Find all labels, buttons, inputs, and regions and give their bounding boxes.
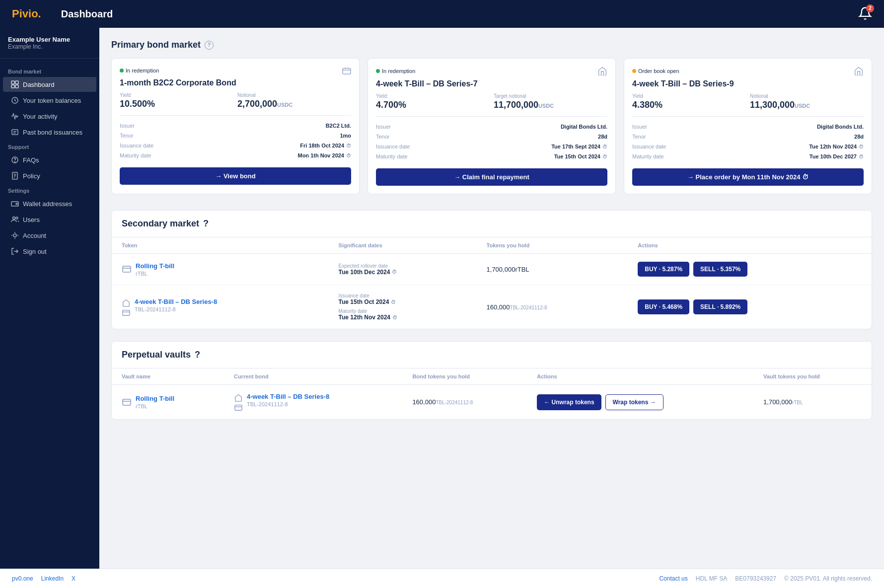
- buy-rolling-tbill-btn[interactable]: BUY · 5.287%: [638, 262, 689, 277]
- footer-link-pv0[interactable]: pv0.one: [12, 575, 33, 582]
- sidebar-label-account: Account: [23, 232, 46, 239]
- sidebar-label-users: Users: [23, 216, 40, 223]
- sidebar-item-faqs[interactable]: FAQs: [3, 152, 96, 167]
- sidebar-label-policy: Policy: [23, 172, 40, 180]
- yield-label-1: Yield:: [120, 92, 233, 98]
- status-text-2: In redemption: [382, 68, 415, 74]
- col-token: Token: [112, 237, 329, 254]
- maturity-date-1: Mon 1th Nov 2024 ⏱: [297, 152, 351, 158]
- perpetual-vaults-title: Perpetual vaults: [122, 350, 191, 360]
- status-dot-1: [120, 69, 124, 73]
- primary-bond-cards: In redemption 1-month B2C2 Corporate Bon…: [111, 58, 872, 194]
- footer-link-linkedin[interactable]: LinkedIn: [41, 575, 64, 582]
- sell-tbill-db8-btn[interactable]: SELL · 5.892%: [693, 299, 747, 314]
- view-bond-btn[interactable]: → View bond: [120, 167, 351, 185]
- sidebar-item-token-balances[interactable]: Your token balances: [3, 93, 96, 108]
- page-title: Dashboard: [61, 8, 858, 20]
- tbill-db8-link[interactable]: 4-week T-Bill – DB Series-8: [135, 298, 217, 305]
- status-text-1: In redemption: [126, 68, 159, 74]
- col-actions: Actions: [628, 237, 872, 254]
- secondary-market-table: Token Significant dates Tokens you hold …: [112, 237, 872, 329]
- sidebar-label-past-bond-issuances: Past bond issuances: [23, 129, 82, 136]
- perpetual-vaults-info-icon[interactable]: ?: [195, 350, 200, 360]
- perpetual-vaults-section: Perpetual vaults ? Vault name Current bo…: [111, 341, 872, 420]
- section-support: Support: [0, 140, 99, 152]
- sidebar-label-sign-out: Sign out: [23, 248, 47, 255]
- sidebar-item-users[interactable]: Users: [3, 212, 96, 227]
- bond-card-2-title: 4-week T-Bill – DB Series-7: [376, 79, 607, 88]
- svg-rect-17: [235, 405, 242, 411]
- footer-contact[interactable]: Contact us: [659, 575, 687, 582]
- sidebar-item-dashboard[interactable]: Dashboard: [3, 77, 96, 92]
- primary-bond-market-title: Primary bond market: [111, 40, 201, 50]
- status-dot-2: [376, 69, 380, 73]
- notional-label-1: Notional: [237, 92, 351, 98]
- user-info: Example User Name Example Inc.: [0, 36, 99, 59]
- perpetual-vaults-table: Vault name Current bond Bond tokens you …: [112, 368, 872, 419]
- user-name: Example User Name: [8, 36, 91, 43]
- status-text-3: Order book open: [638, 68, 679, 74]
- notification-badge: 2: [866, 4, 874, 12]
- secondary-market-section: Secondary market ? Token Significant dat…: [111, 210, 872, 329]
- footer-company: HDL MF SA: [696, 575, 728, 582]
- bond-card-db7: In redemption 4-week T-Bill – DB Series-…: [368, 58, 616, 194]
- footer-registration: BE0793243927: [735, 575, 776, 582]
- footer-copyright: © 2025 PV01. All rights reserved.: [784, 575, 872, 582]
- table-row: Rolling T-bill rTBL: [112, 385, 872, 420]
- secondary-market-info-icon[interactable]: ?: [203, 219, 209, 229]
- sidebar-item-account[interactable]: Account: [3, 228, 96, 243]
- secondary-market-title: Secondary market: [122, 219, 199, 229]
- svg-rect-2: [11, 85, 14, 88]
- sidebar-item-wallet-addresses[interactable]: Wallet addresses: [3, 196, 96, 211]
- sidebar-label-faqs: FAQs: [23, 156, 39, 164]
- table-row: 4-week T-Bill – DB Series-8 TBL-20241112…: [112, 285, 872, 329]
- svg-point-10: [13, 217, 15, 220]
- section-bond-market: Bond market: [0, 65, 99, 76]
- sig-date-value-1: Tue 10th Dec 2024 ⏱: [339, 269, 467, 276]
- place-order-btn[interactable]: → Place order by Mon 11th Nov 2024 ⏱: [632, 168, 864, 186]
- section-settings: Settings: [0, 184, 99, 196]
- user-company: Example Inc.: [8, 43, 91, 50]
- sig-date-label-1: Expected rollover date: [339, 263, 467, 269]
- table-row: Rolling T-bill rTBL Expected rollover da…: [112, 254, 872, 285]
- vault-bond-db8-link[interactable]: 4-week T-Bill – DB Series-8: [247, 393, 329, 400]
- bond-card-db9: Order book open 4-week T-Bill – DB Serie…: [624, 58, 872, 194]
- col-tokens-held: Tokens you hold: [477, 237, 628, 254]
- status-dot-3: [632, 69, 636, 73]
- sidebar-label-token-balances: Your token balances: [23, 97, 81, 104]
- footer: pv0.one LinkedIn X Contact us HDL MF SA …: [0, 569, 884, 588]
- primary-bond-info-icon[interactable]: ?: [205, 41, 214, 50]
- footer-links: pv0.one LinkedIn X: [12, 575, 75, 582]
- sidebar-label-your-activity: Your activity: [23, 113, 58, 120]
- bond-card-3-title: 4-week T-Bill – DB Series-9: [632, 79, 864, 88]
- rolling-tbill-link[interactable]: Rolling T-bill: [136, 262, 174, 270]
- sidebar-item-past-bond-issuances[interactable]: Past bond issuances: [3, 125, 96, 140]
- sidebar-item-policy[interactable]: Policy: [3, 168, 96, 183]
- vault-rolling-tbill-link[interactable]: Rolling T-bill: [136, 395, 174, 402]
- svg-point-7: [15, 162, 15, 162]
- sell-rolling-tbill-btn[interactable]: SELL · 5.357%: [693, 262, 747, 277]
- primary-bond-market-heading: Primary bond market ?: [111, 40, 872, 50]
- unwrap-tokens-btn[interactable]: ← Unwrap tokens: [537, 394, 601, 410]
- claim-repayment-btn[interactable]: → Claim final repayment: [376, 168, 607, 186]
- sidebar-item-sign-out[interactable]: Sign out: [3, 244, 96, 259]
- tbill-db8-sub: TBL-20241112-8: [135, 306, 217, 312]
- svg-rect-16: [123, 399, 131, 405]
- tokens-held-1: 1,700,000: [487, 266, 516, 273]
- app-logo: Pivio.: [12, 7, 41, 20]
- sidebar-label-dashboard: Dashboard: [23, 81, 55, 88]
- col-current-bond: Current bond: [224, 368, 402, 385]
- svg-rect-3: [15, 85, 18, 88]
- col-vault-name: Vault name: [112, 368, 224, 385]
- wrap-tokens-btn[interactable]: Wrap tokens →: [605, 394, 663, 410]
- svg-rect-1: [15, 81, 18, 84]
- bond-card-b2c2: In redemption 1-month B2C2 Corporate Bon…: [111, 58, 360, 194]
- notifications-bell[interactable]: 2: [858, 6, 872, 22]
- sidebar-item-your-activity[interactable]: Your activity: [3, 109, 96, 124]
- notional-value-1: 2,700,000USDC: [237, 99, 351, 109]
- col-sig-dates: Significant dates: [329, 237, 477, 254]
- bond-card-1-title: 1-month B2C2 Corporate Bond: [120, 78, 351, 87]
- buy-tbill-db8-btn[interactable]: BUY · 5.468%: [638, 299, 689, 314]
- col-bond-tokens-held: Bond tokens you hold: [402, 368, 527, 385]
- footer-link-x[interactable]: X: [72, 575, 75, 582]
